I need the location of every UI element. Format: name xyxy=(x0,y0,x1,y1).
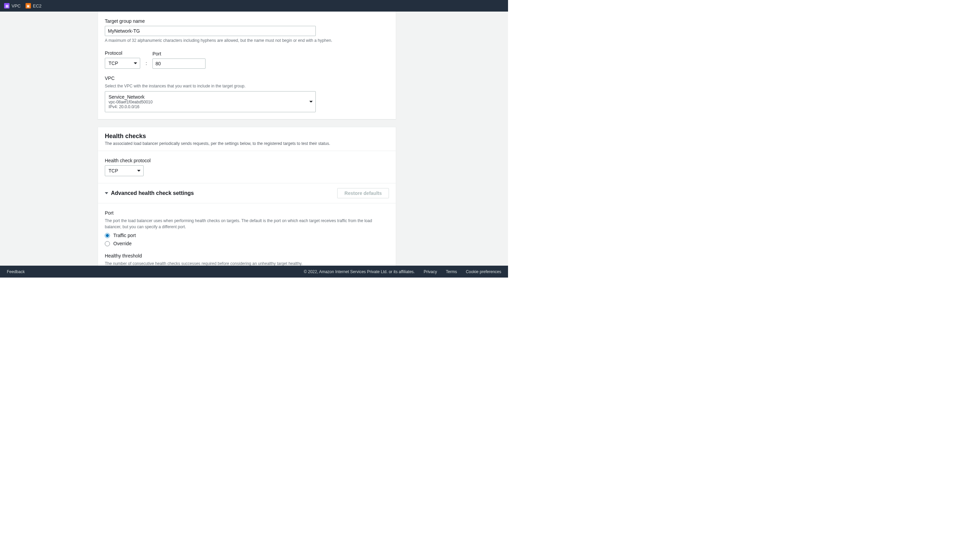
nav-label: VPC xyxy=(11,3,21,8)
advanced-settings-title: Advanced health check settings xyxy=(111,190,194,196)
vpc-group: VPC Select the VPC with the instances th… xyxy=(105,76,389,112)
colon-separator: : xyxy=(146,60,147,69)
target-group-name-label: Target group name xyxy=(105,18,389,24)
port-label: Port xyxy=(153,51,205,57)
vpc-select[interactable]: Service_Network vpc-08aef1f0eabd50010 IP… xyxy=(105,91,316,112)
vpc-selected-id: vpc-08aef1f0eabd50010 xyxy=(108,100,305,105)
health-checks-panel: Health checks The associated load balanc… xyxy=(98,127,396,266)
radio-label: Override xyxy=(113,241,132,246)
top-nav: ▦ VPC ▣ EC2 xyxy=(0,0,508,11)
radio-traffic-port[interactable]: Traffic port xyxy=(105,233,389,238)
healthy-threshold-hint: The number of consecutive health checks … xyxy=(105,260,389,266)
health-check-protocol-group: Health check protocol TCP xyxy=(105,158,389,176)
healthy-threshold-label: Healthy threshold xyxy=(105,253,389,259)
target-group-name-input[interactable] xyxy=(105,26,316,36)
radio-icon xyxy=(105,233,110,238)
advanced-settings-toggle[interactable]: Advanced health check settings xyxy=(105,190,194,196)
hc-port-hint: The port the load balancer uses when per… xyxy=(105,218,384,230)
footer: Feedback © 2022, Amazon Internet Service… xyxy=(0,266,508,278)
privacy-link[interactable]: Privacy xyxy=(424,270,437,274)
radio-override[interactable]: Override xyxy=(105,241,389,246)
vpc-icon: ▦ xyxy=(4,3,10,8)
protocol-label: Protocol xyxy=(105,50,140,56)
target-group-name-hint: A maximum of 32 alphanumeric characters … xyxy=(105,37,389,44)
nav-item-ec2[interactable]: ▣ EC2 xyxy=(25,3,41,8)
terms-link[interactable]: Terms xyxy=(446,270,457,274)
target-group-panel: Target group name A maximum of 32 alphan… xyxy=(98,11,396,119)
chevron-down-icon xyxy=(137,170,140,172)
health-check-protocol-label: Health check protocol xyxy=(105,158,389,163)
cookie-preferences-link[interactable]: Cookie preferences xyxy=(466,270,501,274)
target-group-name-group: Target group name A maximum of 32 alphan… xyxy=(105,18,389,44)
restore-defaults-button[interactable]: Restore defaults xyxy=(337,188,389,198)
hc-port-group: Port The port the load balancer uses whe… xyxy=(105,210,389,246)
chevron-down-icon xyxy=(309,101,313,103)
protocol-port-group: Protocol TCP : Port xyxy=(105,50,389,69)
port-input[interactable] xyxy=(153,59,205,69)
triangle-down-icon xyxy=(105,192,108,194)
main-scroll-area[interactable]: Target group name A maximum of 32 alphan… xyxy=(0,11,502,266)
health-check-protocol-value: TCP xyxy=(108,168,118,173)
chevron-down-icon xyxy=(134,63,137,64)
hc-port-label: Port xyxy=(105,210,389,216)
nav-label: EC2 xyxy=(33,3,41,8)
radio-icon xyxy=(105,241,110,246)
radio-label: Traffic port xyxy=(113,233,136,238)
protocol-value: TCP xyxy=(108,60,118,66)
health-check-protocol-select[interactable]: TCP xyxy=(105,165,143,176)
vpc-label: VPC xyxy=(105,76,389,81)
health-checks-title: Health checks xyxy=(105,133,389,140)
ec2-icon: ▣ xyxy=(25,3,31,8)
nav-item-vpc[interactable]: ▦ VPC xyxy=(4,3,21,8)
feedback-link[interactable]: Feedback xyxy=(7,270,25,274)
right-gutter xyxy=(502,11,508,266)
healthy-threshold-group: Healthy threshold The number of consecut… xyxy=(105,253,389,266)
vpc-selected-cidr: IPv4: 20.0.0.0/16 xyxy=(108,105,305,109)
health-checks-header: Health checks The associated load balanc… xyxy=(98,127,396,151)
protocol-select[interactable]: TCP xyxy=(105,58,140,69)
vpc-hint: Select the VPC with the instances that y… xyxy=(105,83,389,89)
vpc-selected-name: Service_Network xyxy=(108,94,305,100)
advanced-settings-expander: Advanced health check settings Restore d… xyxy=(98,183,396,203)
health-checks-subtitle: The associated load balancer periodicall… xyxy=(105,141,389,146)
copyright-text: © 2022, Amazon Internet Services Private… xyxy=(304,270,415,274)
